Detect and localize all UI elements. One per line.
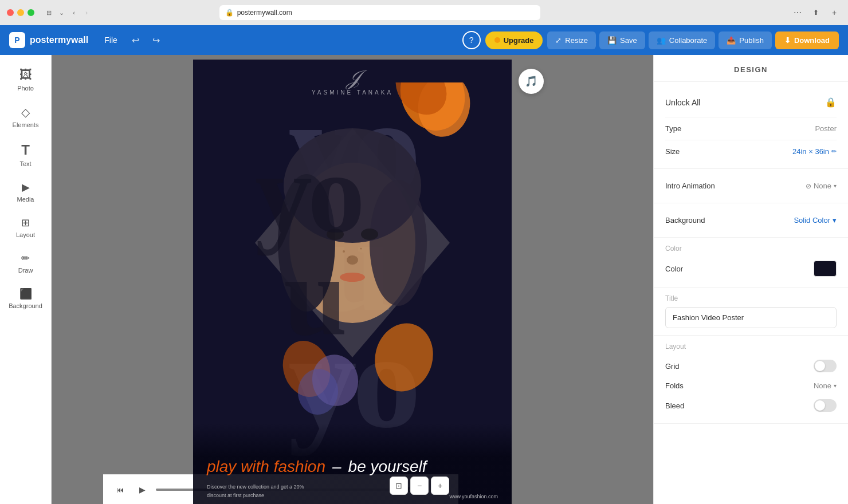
grid-row: Grid [665,355,837,377]
bleed-toggle[interactable] [814,399,837,412]
share-icon[interactable]: ⬆ [809,6,823,19]
fullscreen-button[interactable] [28,9,34,16]
size-label: Size [665,147,680,156]
lock-icon[interactable]: 🔒 [825,97,837,108]
zoom-in-button[interactable]: + [431,477,449,495]
elements-icon: ◇ [21,105,30,119]
publish-button[interactable]: 📤 Publish [719,32,772,49]
fit-view-button[interactable]: ⊡ [390,477,408,495]
titlebar: ⊞ ⌄ ‹ › 🔒 postermywall.com ⋯ ⬆ + [0,0,848,25]
sidebar-label-draw: Draw [18,267,33,274]
svg-point-7 [370,180,427,306]
save-button[interactable]: 💾 Save [599,32,645,49]
resize-button[interactable]: ⤢ Resize [547,32,596,49]
background-icon: ⬛ [19,288,32,300]
unlock-all-row: Unlock All 🔒 [665,90,837,115]
poster-website: www.youfashion.com [449,494,498,499]
secure-icon: 🔒 [225,9,234,17]
main-toolbar: P postermywall File ↩ ↪ ? Upgrade ⤢ Resi… [0,25,848,55]
sidebar-item-media[interactable]: ▶ Media [5,175,47,208]
chevron-down-icon[interactable]: ⌄ [56,7,66,18]
svg-point-14 [349,257,351,258]
poster-description: Discover the new collection and get a 20… [207,483,304,499]
forward-icon[interactable]: › [81,7,92,18]
skip-back-button[interactable]: ⏮ [112,482,128,498]
sidebar-label-media: Media [17,196,34,203]
poster-script-letter: 𝒥 [193,68,512,88]
design-panel: DESIGN Unlock All 🔒 Type Poster Size 24i… [653,55,848,504]
sidebar-item-draw[interactable]: ✏ Draw [5,246,47,279]
logo-icon: P [9,32,25,48]
play-button[interactable]: ▶ [134,482,150,498]
divider-1 [665,117,837,117]
upgrade-label: Upgrade [504,36,534,45]
background-dropdown[interactable]: Solid Color ▾ [794,216,837,225]
sidebar-item-elements[interactable]: ◇ Elements [5,100,47,134]
new-tab-icon[interactable]: + [827,6,841,19]
folds-chevron-icon: ▾ [834,383,837,389]
size-value-text: 24in × 36in [792,147,829,156]
title-section-label: Title [665,294,837,302]
folds-dropdown[interactable]: None ▾ [814,381,837,390]
canvas-wrapper: 🎵 yo u yo u 𝒥 YASMINE TANAKA [52,55,653,504]
tagline-orange: play with fashion [207,458,325,476]
svg-point-9 [361,229,378,240]
panel-title: DESIGN [734,65,768,74]
address-bar[interactable]: 🔒 postermywall.com [219,5,540,20]
undo-icon[interactable]: ↩ [127,31,145,49]
animation-section: Intro Animation ⊘ None ▾ [654,169,848,203]
poster-tagline: play with fashion – be yourself [207,458,498,476]
layout-label: Layout [665,342,837,351]
media-icon: ▶ [22,181,30,194]
intro-animation-label: Intro Animation [665,182,715,190]
title-input[interactable] [665,307,837,328]
photo-icon: 🖼 [19,68,32,82]
back-icon[interactable]: ‹ [69,7,79,18]
download-button[interactable]: ⬇ Download [775,32,839,49]
size-row: Size 24in × 36in ✏ [665,143,837,160]
file-menu[interactable]: File [97,32,124,48]
collaborate-button[interactable]: 👥 Collaborate [649,32,716,49]
grid-toggle-thumb [815,361,825,371]
svg-point-11 [340,273,365,282]
sidebar-item-layout[interactable]: ⊞ Layout [5,211,47,244]
svg-point-10 [347,255,358,265]
upgrade-button[interactable]: Upgrade [485,32,543,49]
divider-2 [665,140,837,140]
window-controls: ⊞ ⌄ ‹ › [44,7,92,18]
zoom-controls: ⊡ − + [390,477,449,495]
close-button[interactable] [7,9,14,16]
sidebar-label-background: Background [9,302,42,309]
tagline-white: be yourself [348,458,427,476]
sidebar-label-photo: Photo [17,85,34,92]
download-icon: ⬇ [784,36,791,45]
music-note-button[interactable]: 🎵 [519,69,544,94]
sidebar-item-photo[interactable]: 🖼 Photo [5,62,47,97]
color-section: Color Color [654,238,848,288]
upgrade-dot-icon [494,37,500,43]
zoom-out-button[interactable]: − [410,477,429,495]
poster-bottom-content: play with fashion – be yourself Discover… [193,423,512,504]
title-section: Title [654,288,848,336]
grid-toggle[interactable] [814,360,837,372]
sidebar-item-text[interactable]: T Text [5,136,47,173]
publish-icon: 📤 [727,36,736,45]
animation-dropdown[interactable]: ⊘ None ▾ [806,182,837,190]
sidebar-item-background[interactable]: ⬛ Background [5,282,47,315]
portrait-svg: yo u [221,82,484,415]
tab-grid-icon[interactable]: ⊞ [44,7,54,18]
type-value: Poster [815,124,837,133]
color-swatch[interactable] [814,261,837,277]
svg-text:u: u [284,233,344,359]
redo-icon[interactable]: ↪ [147,31,166,49]
size-value[interactable]: 24in × 36in ✏ [792,147,837,156]
color-section-label: Color [665,245,837,253]
help-icon[interactable]: ? [462,31,481,49]
ellipsis-icon[interactable]: ⋯ [791,6,804,19]
background-chevron-icon: ▾ [833,216,837,225]
draw-icon: ✏ [21,252,30,265]
minimize-button[interactable] [17,9,24,16]
bleed-toggle-thumb [815,400,825,411]
toolbar-icons: ↩ ↪ [127,31,166,49]
save-icon: 💾 [607,36,617,45]
